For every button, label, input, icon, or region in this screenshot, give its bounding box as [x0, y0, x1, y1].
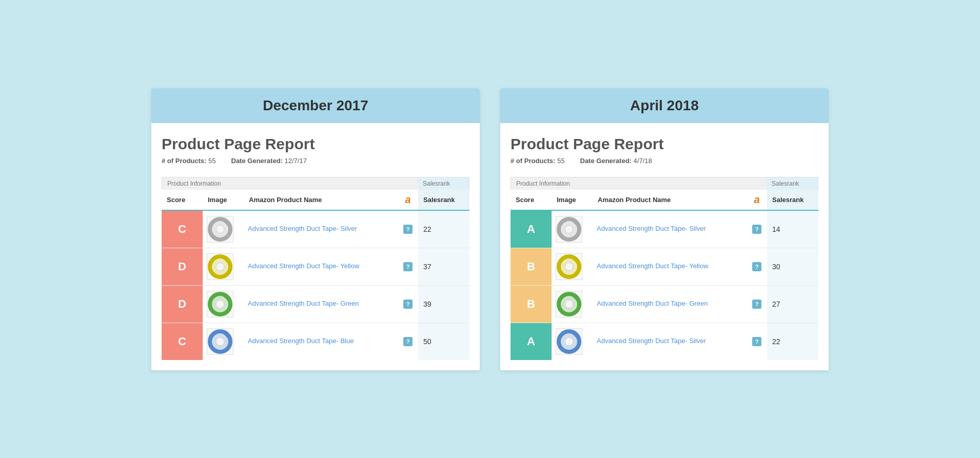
question-icon[interactable]: ?	[403, 300, 413, 309]
product-name-cell: Advanced Strength Duct Tape- Yellow	[244, 248, 398, 285]
right-report-meta: # of Products: 55 Date Generated: 4/7/18	[511, 157, 818, 165]
table-row: A Advanced Strength Duct Tape- Silver?14	[511, 210, 818, 248]
score-badge: D	[162, 286, 203, 323]
left-col-score: Score	[162, 190, 203, 210]
image-cell	[552, 248, 593, 285]
amazon-icon-cell: ?	[398, 248, 418, 285]
score-badge: A	[511, 211, 552, 248]
amazon-logo-left: a	[405, 194, 410, 205]
product-image	[556, 291, 582, 317]
table-row: C Advanced Strength Duct Tape- Silver?22	[162, 210, 469, 248]
product-name-cell: Advanced Strength Duct Tape- Yellow	[593, 248, 747, 285]
product-link[interactable]: Advanced Strength Duct Tape- Silver	[597, 225, 706, 232]
right-num-products: # of Products: 55	[511, 157, 565, 165]
table-row: B Advanced Strength Duct Tape- Yellow?30	[511, 248, 818, 285]
right-date-generated: Date Generated: 4/7/18	[580, 157, 652, 165]
left-report-header: December 2017	[151, 88, 480, 123]
score-cell: B	[511, 285, 552, 323]
left-col-image: Image	[203, 190, 244, 210]
right-col-salesrank: Salesrank	[767, 190, 818, 210]
image-cell	[203, 323, 244, 360]
left-group-sales: Salesrank	[418, 177, 469, 190]
score-cell: C	[162, 210, 203, 248]
salesrank-cell: 50	[418, 323, 469, 360]
score-cell: D	[162, 248, 203, 285]
table-row: D Advanced Strength Duct Tape- Green?39	[162, 285, 469, 323]
left-num-products: # of Products: 55	[162, 157, 216, 165]
image-cell	[203, 248, 244, 285]
image-cell	[552, 210, 593, 248]
product-link[interactable]: Advanced Strength Duct Tape- Yellow	[597, 262, 708, 270]
page-wrapper: December 2017 Product Page Report # of P…	[13, 88, 967, 370]
score-badge: D	[162, 248, 203, 285]
left-report-period: December 2017	[161, 97, 471, 114]
left-col-salesrank: Salesrank	[418, 190, 469, 210]
left-report-body: Product Page Report # of Products: 55 Da…	[151, 123, 480, 370]
product-name-cell: Advanced Strength Duct Tape- Green	[593, 285, 747, 323]
product-name-cell: Advanced Strength Duct Tape- Blue	[244, 323, 398, 360]
salesrank-cell: 22	[418, 210, 469, 248]
right-col-amazon: a	[747, 190, 767, 210]
image-cell	[552, 323, 593, 360]
right-table: Score Image Amazon Product Name a Salesr…	[511, 190, 818, 360]
product-link[interactable]: Advanced Strength Duct Tape- Yellow	[248, 262, 359, 270]
table-row: A Advanced Strength Duct Tape- Silver?22	[511, 323, 818, 360]
left-report-title: Product Page Report	[162, 135, 469, 153]
salesrank-cell: 22	[767, 323, 818, 360]
product-link[interactable]: Advanced Strength Duct Tape- Blue	[248, 337, 354, 345]
score-badge: B	[511, 248, 552, 285]
score-badge: B	[511, 286, 552, 323]
score-cell: D	[162, 285, 203, 323]
product-name-cell: Advanced Strength Duct Tape- Silver	[593, 210, 747, 248]
product-link[interactable]: Advanced Strength Duct Tape- Silver	[597, 337, 706, 345]
question-icon[interactable]: ?	[752, 262, 761, 271]
product-link[interactable]: Advanced Strength Duct Tape- Green	[597, 300, 708, 307]
product-name-cell: Advanced Strength Duct Tape- Silver	[593, 323, 747, 360]
right-col-score: Score	[511, 190, 552, 210]
score-cell: C	[162, 323, 203, 360]
product-name-cell: Advanced Strength Duct Tape- Green	[244, 285, 398, 323]
left-table: Score Image Amazon Product Name a Salesr…	[162, 190, 469, 360]
image-cell	[203, 285, 244, 323]
amazon-icon-cell: ?	[398, 285, 418, 323]
salesrank-cell: 27	[767, 285, 818, 323]
table-row: C Advanced Strength Duct Tape- Blue?50	[162, 323, 469, 360]
left-report-meta: # of Products: 55 Date Generated: 12/7/1…	[162, 157, 469, 165]
table-row: D Advanced Strength Duct Tape- Yellow?37	[162, 248, 469, 285]
amazon-icon-cell: ?	[398, 323, 418, 360]
product-image	[556, 216, 582, 243]
table-row: B Advanced Strength Duct Tape- Green?27	[511, 285, 818, 323]
question-icon[interactable]: ?	[752, 337, 761, 346]
product-link[interactable]: Advanced Strength Duct Tape- Green	[248, 300, 359, 307]
right-group-sales: Salesrank	[767, 177, 818, 190]
salesrank-cell: 39	[418, 285, 469, 323]
question-icon[interactable]: ?	[403, 337, 413, 346]
question-icon[interactable]: ?	[403, 262, 413, 271]
right-report-header: April 2018	[500, 88, 829, 123]
salesrank-cell: 14	[767, 210, 818, 248]
question-icon[interactable]: ?	[752, 300, 761, 309]
left-col-name: Amazon Product Name	[244, 190, 398, 210]
product-image	[207, 328, 233, 355]
right-report-body: Product Page Report # of Products: 55 Da…	[500, 123, 829, 370]
left-col-amazon: a	[398, 190, 418, 210]
score-badge: C	[162, 323, 203, 360]
question-icon[interactable]: ?	[403, 225, 413, 234]
right-group-info: Product Information	[511, 177, 767, 190]
product-image	[207, 253, 233, 280]
score-cell: B	[511, 248, 552, 285]
left-date-generated: Date Generated: 12/7/17	[231, 157, 307, 165]
question-icon[interactable]: ?	[752, 225, 761, 234]
product-image	[556, 253, 582, 280]
score-cell: A	[511, 210, 552, 248]
right-col-image: Image	[552, 190, 593, 210]
amazon-icon-cell: ?	[398, 210, 418, 248]
amazon-icon-cell: ?	[747, 285, 767, 323]
image-cell	[203, 210, 244, 248]
right-col-name: Amazon Product Name	[593, 190, 747, 210]
product-link[interactable]: Advanced Strength Duct Tape- Silver	[248, 225, 357, 232]
amazon-logo-right: a	[754, 194, 759, 205]
amazon-icon-cell: ?	[747, 210, 767, 248]
product-image	[207, 291, 233, 317]
right-report-period: April 2018	[509, 97, 819, 114]
